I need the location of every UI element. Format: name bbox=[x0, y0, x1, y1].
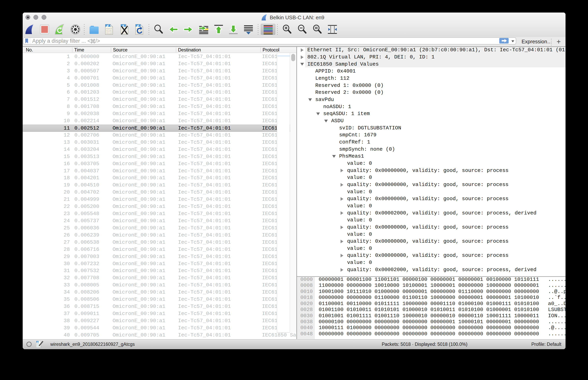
svg-text:000: 000 bbox=[37, 343, 39, 345]
svg-text:01101: 01101 bbox=[106, 30, 112, 32]
svg-text:01110: 01110 bbox=[106, 32, 112, 34]
svg-text:01010: 01010 bbox=[106, 28, 112, 30]
svg-text:001100: 001100 bbox=[37, 346, 41, 347]
